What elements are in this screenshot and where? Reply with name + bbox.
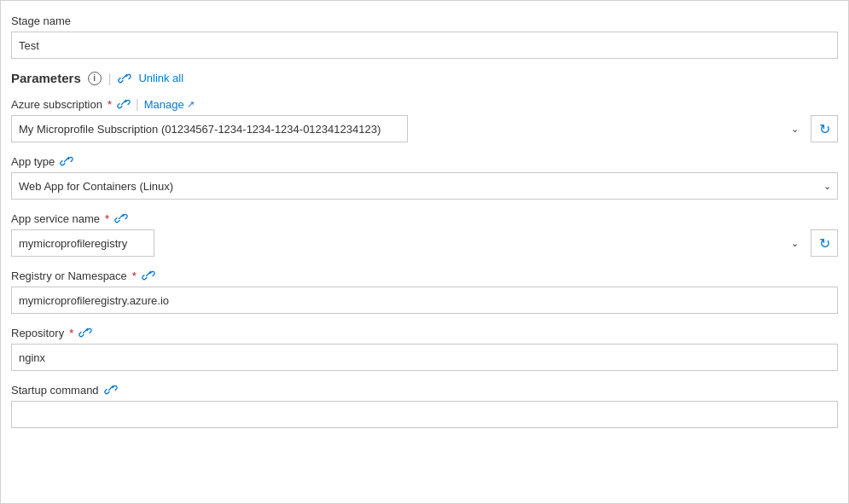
stage-name-label-row: Stage name — [11, 14, 838, 27]
app-type-select[interactable]: Web App for Containers (Linux) — [11, 172, 838, 200]
stage-name-field: Stage name — [11, 14, 838, 59]
parameters-info-icon[interactable]: i — [88, 72, 102, 85]
app-service-name-link-icon[interactable] — [114, 211, 128, 225]
unlink-all-button[interactable]: Unlink all — [138, 72, 183, 84]
app-type-label: App type — [11, 155, 55, 168]
stage-name-input[interactable] — [11, 32, 838, 59]
startup-command-input[interactable] — [11, 401, 838, 428]
azure-subscription-label-row: Azure subscription * | Manage ↗ — [11, 97, 838, 111]
registry-namespace-required: * — [132, 269, 137, 282]
refresh-icon: ↻ — [819, 121, 830, 137]
app-type-link-icon[interactable] — [60, 154, 73, 168]
app-service-name-required: * — [105, 212, 109, 225]
separator-2: | — [136, 97, 139, 111]
app-service-name-dropdown-container: mymicroprofileregistry ⌄ — [11, 229, 805, 257]
startup-command-label: Startup command — [11, 384, 99, 397]
app-service-name-label: App service name — [11, 212, 100, 225]
repository-required: * — [69, 327, 73, 339]
parameters-title: Parameters — [11, 71, 81, 85]
azure-subscription-required: * — [108, 98, 112, 111]
registry-namespace-label: Registry or Namespace — [11, 269, 127, 282]
repository-input[interactable] — [11, 344, 838, 371]
startup-command-field: Startup command — [11, 383, 838, 428]
registry-namespace-input[interactable] — [11, 287, 838, 314]
azure-subscription-chevron-icon: ⌄ — [791, 124, 799, 135]
app-service-name-refresh-button[interactable]: ↻ — [811, 229, 838, 257]
app-type-label-row: App type — [11, 154, 838, 168]
registry-namespace-link-icon[interactable] — [142, 269, 155, 282]
stage-name-label: Stage name — [11, 14, 71, 27]
azure-subscription-link-icon[interactable] — [117, 97, 131, 111]
startup-command-link-icon[interactable] — [104, 383, 118, 397]
app-type-dropdown-container: Web App for Containers (Linux) ⌄ — [11, 172, 838, 200]
refresh-icon-2: ↻ — [819, 235, 830, 252]
main-container: Stage name Parameters i | Unlink all Azu… — [0, 0, 849, 504]
azure-subscription-dropdown-container: My Microprofile Subscription (01234567-1… — [11, 115, 805, 142]
repository-label: Repository — [11, 327, 64, 339]
azure-subscription-field: Azure subscription * | Manage ↗ My Micro… — [11, 97, 838, 142]
app-service-name-select[interactable]: mymicroprofileregistry — [11, 229, 154, 257]
unlink-all-icon[interactable] — [118, 72, 131, 85]
separator-1: | — [108, 72, 112, 85]
azure-subscription-label: Azure subscription — [11, 98, 102, 111]
azure-subscription-refresh-button[interactable]: ↻ — [811, 115, 838, 142]
app-service-name-label-row: App service name * — [11, 211, 838, 225]
repository-field: Repository * — [11, 326, 838, 371]
manage-link[interactable]: Manage ↗ — [144, 98, 195, 111]
app-service-name-dropdown-wrapper: mymicroprofileregistry ⌄ ↻ — [11, 229, 838, 257]
app-service-name-field: App service name * mymicroprofileregistr… — [11, 211, 838, 257]
startup-command-label-row: Startup command — [11, 383, 838, 397]
app-type-field: App type Web App for Containers (Linux) … — [11, 154, 838, 200]
repository-label-row: Repository * — [11, 326, 838, 339]
registry-namespace-field: Registry or Namespace * — [11, 269, 838, 314]
parameters-header: Parameters i | Unlink all — [11, 71, 838, 85]
external-link-icon: ↗ — [187, 99, 195, 110]
repository-link-icon[interactable] — [79, 326, 92, 339]
azure-subscription-dropdown-wrapper: My Microprofile Subscription (01234567-1… — [11, 115, 838, 142]
app-service-name-chevron-icon: ⌄ — [791, 238, 799, 249]
azure-subscription-select[interactable]: My Microprofile Subscription (01234567-1… — [11, 115, 408, 142]
registry-namespace-label-row: Registry or Namespace * — [11, 269, 838, 282]
